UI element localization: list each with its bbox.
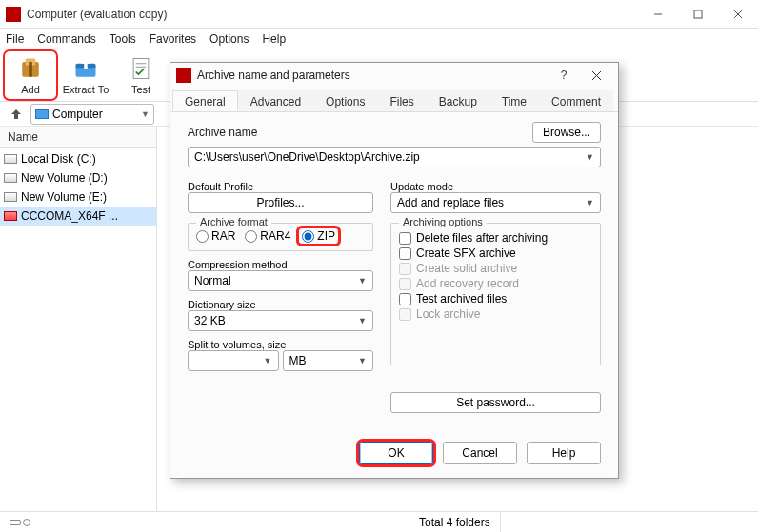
tree-item-local-disk-c[interactable]: Local Disk (C:) — [0, 149, 156, 168]
status-left — [0, 512, 409, 532]
dialog-tabs: General Advanced Options Files Backup Ti… — [170, 88, 618, 112]
chevron-down-icon: ▼ — [141, 109, 150, 119]
test-label: Test — [131, 84, 150, 95]
tree-item-label: Local Disk (C:) — [21, 152, 96, 166]
dialog-title: Archive name and parameters — [197, 69, 548, 82]
tab-comment[interactable]: Comment — [539, 90, 613, 111]
split-label: Split to volumes, size — [188, 339, 373, 350]
tree-item-new-volume-d[interactable]: New Volume (D:) — [0, 168, 156, 187]
computer-icon — [35, 109, 49, 119]
tree-header-name[interactable]: Name — [0, 127, 156, 148]
svg-rect-1 — [694, 10, 702, 18]
compression-value: Normal — [194, 274, 231, 287]
disk-icon — [4, 173, 17, 183]
menu-commands[interactable]: Commands — [37, 32, 95, 46]
winrar-icon — [6, 7, 21, 22]
menu-favorites[interactable]: Favorites — [150, 32, 196, 46]
tree-item-new-volume-e[interactable]: New Volume (E:) — [0, 187, 156, 207]
chk-delete-after[interactable]: Delete files after archiving — [399, 231, 592, 245]
chevron-down-icon: ▼ — [586, 198, 594, 207]
disk-icon — [4, 211, 17, 221]
split-unit-value: MB — [289, 354, 307, 367]
minimize-button[interactable] — [638, 1, 678, 28]
chk-lock: Lock archive — [399, 307, 592, 321]
default-profile-label: Default Profile — [188, 181, 373, 192]
dictionary-label: Dictionary size — [188, 299, 373, 310]
radio-rar4[interactable]: RAR4 — [245, 229, 290, 243]
extract-to-button[interactable]: Extract To — [59, 50, 112, 100]
tree-item-label: New Volume (E:) — [21, 190, 107, 204]
cancel-button[interactable]: Cancel — [443, 442, 517, 464]
archive-format-legend: Archive format — [196, 216, 271, 227]
archive-name-field[interactable]: C:\Users\user\OneDrive\Desktop\Archive.z… — [188, 147, 601, 167]
archive-format-group: Archive format RAR RAR4 ZIP — [188, 223, 373, 251]
compression-label: Compression method — [188, 259, 373, 270]
chevron-down-icon: ▼ — [358, 316, 367, 325]
menu-help[interactable]: Help — [262, 32, 286, 46]
maximize-button[interactable] — [678, 1, 718, 28]
profiles-button[interactable]: Profiles... — [188, 192, 373, 213]
radio-rar[interactable]: RAR — [196, 229, 235, 243]
compression-combo[interactable]: Normal ▼ — [188, 270, 373, 291]
split-unit-combo[interactable]: MB ▼ — [283, 350, 374, 371]
chevron-down-icon: ▼ — [264, 356, 272, 365]
tree-item-cccoma[interactable]: CCCOMA_X64F ... — [0, 207, 156, 226]
archive-name-value: C:\Users\user\OneDrive\Desktop\Archive.z… — [194, 150, 420, 164]
window-title: Computer (evaluation copy) — [27, 8, 638, 21]
chevron-down-icon: ▼ — [586, 152, 594, 162]
archiving-options-group: Archiving options Delete files after arc… — [390, 223, 601, 365]
add-icon — [17, 55, 44, 82]
split-size-combo[interactable]: ▼ — [188, 350, 279, 371]
archive-name-label: Archive name — [188, 126, 257, 139]
tree-item-label: CCCOMA_X64F ... — [21, 209, 118, 223]
dictionary-value: 32 KB — [194, 314, 226, 327]
update-mode-value: Add and replace files — [397, 196, 504, 209]
location-text: Computer — [52, 108, 103, 121]
tab-advanced[interactable]: Advanced — [238, 90, 313, 111]
archiving-options-legend: Archiving options — [399, 216, 487, 227]
extract-icon — [72, 55, 99, 82]
tab-general[interactable]: General — [172, 90, 238, 111]
chevron-down-icon: ▼ — [358, 276, 367, 286]
add-button[interactable]: Add — [4, 50, 57, 100]
ok-button[interactable]: OK — [359, 442, 433, 464]
menu-file[interactable]: File — [6, 32, 24, 46]
dialog-close-button[interactable] — [580, 64, 612, 87]
chk-test[interactable]: Test archived files — [399, 292, 592, 305]
update-mode-combo[interactable]: Add and replace files ▼ — [390, 192, 601, 213]
status-icon — [23, 519, 30, 526]
close-button[interactable] — [718, 1, 758, 28]
chk-solid: Create solid archive — [399, 262, 592, 275]
chevron-down-icon: ▼ — [358, 356, 367, 365]
tab-backup[interactable]: Backup — [427, 90, 489, 111]
svg-rect-6 — [29, 62, 32, 77]
statusbar: Total 4 folders — [0, 511, 758, 532]
tree-panel: Name Local Disk (C:) New Volume (D:) New… — [0, 127, 157, 511]
dialog-help-button[interactable]: ? — [548, 64, 580, 87]
up-button[interactable] — [6, 104, 27, 125]
titlebar: Computer (evaluation copy) — [0, 0, 758, 29]
tree-item-label: New Volume (D:) — [21, 171, 108, 185]
dialog-titlebar: Archive name and parameters ? — [170, 63, 618, 88]
update-mode-label: Update mode — [390, 181, 601, 192]
help-button[interactable]: Help — [527, 442, 601, 464]
up-icon — [10, 108, 23, 121]
svg-rect-9 — [133, 59, 149, 79]
tab-options[interactable]: Options — [313, 90, 377, 111]
chk-recovery: Add recovery record — [399, 277, 592, 290]
browse-button[interactable]: Browse... — [532, 122, 601, 143]
test-button[interactable]: Test — [114, 50, 168, 100]
set-password-button[interactable]: Set password... — [390, 392, 601, 413]
location-combo[interactable]: Computer ▼ — [30, 104, 154, 125]
dictionary-combo[interactable]: 32 KB ▼ — [188, 310, 373, 331]
status-total: Total 4 folders — [409, 512, 501, 532]
archive-params-dialog: Archive name and parameters ? General Ad… — [170, 62, 619, 479]
radio-zip[interactable]: ZIP — [296, 226, 341, 246]
tab-time[interactable]: Time — [489, 90, 539, 111]
chk-sfx[interactable]: Create SFX archive — [399, 246, 592, 260]
add-label: Add — [21, 84, 40, 95]
status-icon — [10, 520, 21, 525]
menu-options[interactable]: Options — [209, 32, 249, 46]
menu-tools[interactable]: Tools — [110, 32, 136, 46]
tab-files[interactable]: Files — [377, 90, 426, 111]
